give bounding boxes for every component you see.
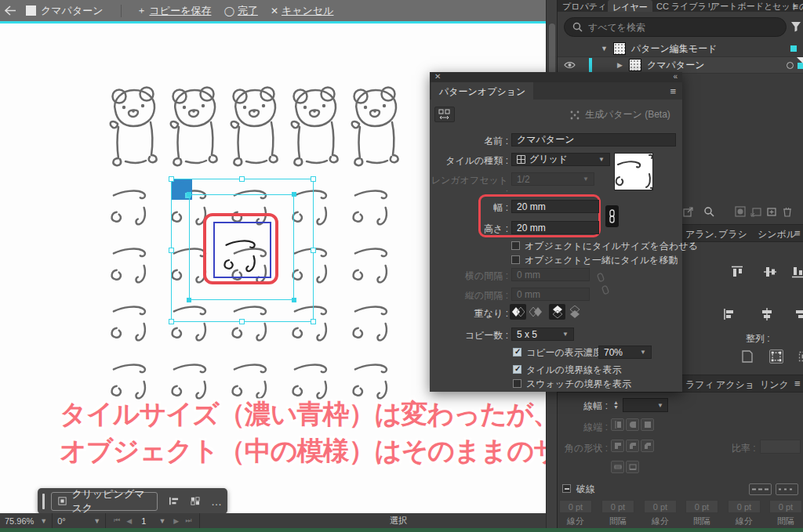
move-tile-with-art-checkbox[interactable]: [511, 255, 520, 264]
target-circle-icon[interactable]: [787, 62, 794, 69]
projecting-cap-icon[interactable]: [641, 418, 654, 431]
align-panel-icon[interactable]: [169, 496, 180, 506]
dash-align-icon[interactable]: [776, 483, 798, 495]
collect-export-icon[interactable]: [683, 206, 694, 217]
make-mask-icon[interactable]: [735, 206, 746, 217]
selected-art-indicator: [797, 57, 803, 64]
dash-preserve-icon[interactable]: [749, 483, 772, 495]
width-input[interactable]: 20 mm: [511, 200, 599, 213]
show-swatch-bounds-checkbox[interactable]: [513, 379, 521, 388]
prev-artboard-icon[interactable]: ◀: [126, 517, 132, 525]
dim-copies-dropdown[interactable]: 70% ▼: [598, 346, 652, 359]
search-input[interactable]: [588, 22, 761, 33]
butt-cap-icon[interactable]: [611, 418, 624, 431]
bevel-join-icon[interactable]: [641, 440, 654, 452]
miter-ratio-label: 比率 :: [732, 442, 756, 455]
layer-row-pattern-edit-mode[interactable]: ▼ パターン編集モード: [558, 41, 803, 57]
next-artboard-icon[interactable]: ▶: [173, 517, 179, 525]
chevron-right-icon[interactable]: ▶: [617, 61, 623, 69]
filter-funnel-icon[interactable]: [790, 21, 801, 32]
pattern-tile-tool-button[interactable]: [434, 107, 455, 122]
round-join-icon[interactable]: [626, 440, 639, 452]
tab-cc-libraries[interactable]: CC ライブラリ: [656, 1, 715, 12]
stroke-weight-field[interactable]: ▼: [623, 398, 668, 412]
zoom-control[interactable]: 75.96% ▼: [0, 513, 53, 528]
layer-thumbnail[interactable]: [613, 42, 626, 55]
visibility-eye-icon[interactable]: [564, 61, 576, 69]
clipping-mask-button[interactable]: クリッピングマスク: [51, 492, 158, 511]
layer-name[interactable]: クマパターン: [647, 59, 704, 72]
layers-search-field[interactable]: [564, 17, 787, 37]
align-top-icon[interactable]: [730, 265, 744, 279]
layer-thumbnail[interactable]: [629, 59, 641, 71]
rotation-control[interactable]: 0° ▼: [53, 513, 106, 528]
pattern-name-input[interactable]: クマパターン: [511, 133, 676, 147]
pattern-options-dialog: ✕ « パターンオプション ≡ 生成パターン (Beta) 名前 : クマパター…: [430, 72, 682, 392]
align-to-selection-icon[interactable]: [769, 349, 783, 364]
dim-copies-label: コピーの表示濃度 :: [526, 346, 608, 360]
overlap-right-front-icon[interactable]: [527, 304, 543, 320]
stroke-weight-stepper[interactable]: ▲▼: [611, 398, 621, 412]
stroke-align-inside-icon[interactable]: [626, 461, 639, 473]
first-artboard-icon[interactable]: ⏮: [114, 516, 120, 525]
tab-links[interactable]: リンク: [760, 378, 789, 392]
tab-pattern-options[interactable]: パターンオプション: [431, 82, 533, 100]
align-to-artboard-icon[interactable]: [740, 349, 754, 364]
save-copy-button[interactable]: コピーを保存: [150, 4, 212, 18]
cancel-button[interactable]: キャンセル: [282, 4, 334, 18]
tab-artboards[interactable]: アートボードとセットの: [711, 1, 803, 12]
done-button[interactable]: 完了: [238, 4, 258, 18]
dim-copies-value: 70%: [604, 347, 623, 358]
dim-copies-checkbox[interactable]: [513, 348, 521, 356]
tile-type-dropdown[interactable]: グリッド ▼: [511, 153, 610, 166]
new-sublayer-icon[interactable]: [750, 206, 761, 217]
stroke-align-center-icon[interactable]: [611, 461, 624, 473]
tab-properties[interactable]: プロパティ: [562, 1, 606, 12]
collapse-icon[interactable]: «: [673, 72, 678, 81]
layer-row-kuma-pattern[interactable]: ▶ クマパターン: [558, 57, 803, 74]
trash-icon[interactable]: [782, 206, 793, 217]
generate-pattern-button[interactable]: 生成パターン (Beta): [569, 108, 670, 121]
fit-tile-to-art-checkbox[interactable]: [511, 241, 520, 250]
panel-menu-icon[interactable]: ≡: [792, 1, 798, 13]
align-to-key-object-icon[interactable]: [797, 349, 803, 364]
tab-layers[interactable]: レイヤー: [608, 0, 652, 12]
search-layer-icon[interactable]: [703, 206, 714, 217]
chevron-down-icon[interactable]: ▼: [601, 45, 608, 52]
new-layer-icon[interactable]: [766, 206, 777, 217]
distribute-center-icon[interactable]: [760, 307, 774, 321]
distribute-right-icon[interactable]: [793, 307, 803, 321]
height-input[interactable]: 20 mm: [511, 221, 599, 234]
tab-graphic-styles[interactable]: ラフィ: [685, 378, 714, 392]
tab-symbols[interactable]: シンボル: [758, 228, 796, 241]
distribute-left-icon[interactable]: [722, 307, 736, 321]
last-artboard-icon[interactable]: ⏭: [185, 516, 191, 525]
tab-brushes[interactable]: ブラシ: [718, 228, 747, 241]
taskbar-grip[interactable]: [42, 494, 45, 509]
close-icon[interactable]: ✕: [434, 72, 441, 81]
miter-join-icon[interactable]: [611, 440, 624, 452]
align-bottom-icon[interactable]: [790, 265, 803, 279]
tab-actions[interactable]: アクショ: [716, 378, 754, 392]
copies-dropdown[interactable]: 5 x 5 ▼: [511, 328, 574, 341]
panel-menu-icon[interactable]: ≡: [794, 378, 801, 389]
dashed-line-label: 破線: [576, 483, 595, 496]
overlap-left-front-icon[interactable]: [510, 304, 526, 320]
pattern-title: クマパターン: [41, 4, 104, 18]
more-options-icon[interactable]: …: [211, 495, 222, 508]
panel-menu-icon[interactable]: ≡: [794, 227, 801, 239]
pattern-swatch-icon[interactable]: [191, 496, 200, 506]
overlap-bottom-front-icon[interactable]: [566, 304, 583, 320]
show-tile-edge-checkbox[interactable]: [513, 365, 521, 374]
annotation-line-1: タイルサイズ（濃い青枠）は変わったが、: [60, 396, 613, 432]
link-dimensions-icon[interactable]: [605, 205, 619, 227]
back-arrow-icon[interactable]: [5, 5, 16, 16]
layer-name[interactable]: パターン編集モード: [631, 42, 717, 56]
context-taskbar[interactable]: クリッピングマスク …: [38, 488, 227, 514]
align-vcenter-icon[interactable]: [763, 265, 777, 279]
dashed-line-checkbox[interactable]: [562, 484, 571, 493]
overlap-top-front-icon[interactable]: [549, 304, 565, 320]
layer-color-chip[interactable]: [790, 45, 797, 52]
round-cap-icon[interactable]: [626, 418, 639, 431]
panel-menu-icon[interactable]: ≡: [670, 85, 676, 97]
